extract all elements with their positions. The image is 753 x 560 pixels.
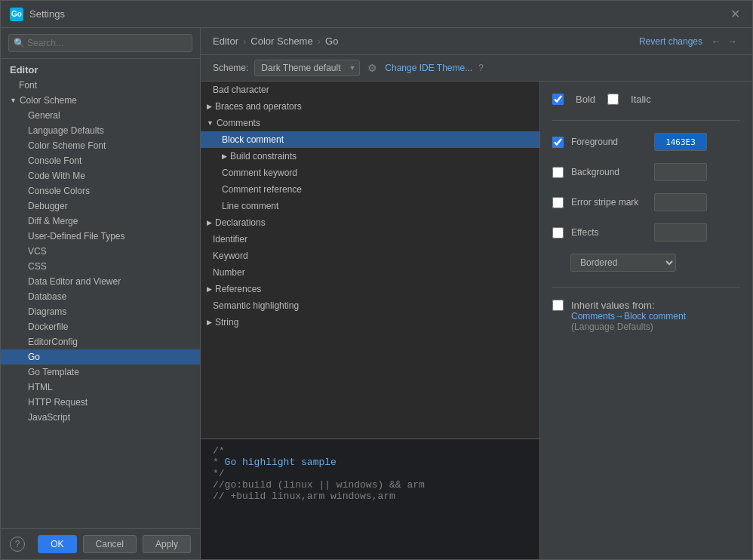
sidebar-item-javascript[interactable]: JavaScript	[1, 410, 200, 425]
inherit-link[interactable]: Comments→Block comment	[571, 311, 686, 322]
foreground-color-box[interactable]: 1463E3	[654, 133, 707, 151]
cl-keyword[interactable]: Keyword	[201, 248, 539, 264]
sidebar-item-database[interactable]: Database	[1, 289, 200, 304]
breadcrumb-editor: Editor	[213, 35, 238, 47]
sidebar-colorscheme-label: Color Scheme	[20, 95, 77, 106]
background-color-box[interactable]	[654, 163, 707, 181]
sidebar-item-colorscheme-font[interactable]: Color Scheme Font	[1, 138, 200, 153]
app-icon: Go	[10, 8, 23, 21]
cl-semantic-highlighting[interactable]: Semantic highlighting	[201, 297, 539, 314]
nav-forward-button[interactable]: →	[725, 35, 740, 48]
sidebar-tree: Editor Font ▼ Color Scheme General Langu…	[1, 59, 200, 528]
error-stripe-checkbox[interactable]	[552, 197, 564, 208]
breadcrumb-sep1: ›	[243, 35, 246, 47]
error-stripe-row: Error stripe mark	[552, 193, 740, 211]
color-list: Bad character ▶ Braces and operators ▼ C…	[201, 82, 539, 438]
preview-line1: /*	[213, 445, 527, 457]
foreground-checkbox[interactable]	[552, 137, 564, 148]
ok-button[interactable]: OK	[38, 535, 76, 553]
cl-braces-group[interactable]: ▶ Braces and operators	[201, 98, 539, 115]
toolbar: Scheme: Dark Theme default ▼ ⚙ Change ID…	[201, 55, 752, 82]
sidebar-item-dockerfile[interactable]: Dockerfile	[1, 319, 200, 334]
italic-checkbox[interactable]	[607, 94, 619, 105]
sidebar-item-language-defaults[interactable]: Language Defaults	[1, 123, 200, 138]
close-button[interactable]: ✕	[727, 5, 743, 23]
sidebar-item-debugger[interactable]: Debugger	[1, 198, 200, 214]
sidebar-item-css[interactable]: CSS	[1, 259, 200, 274]
preview-line3: */	[213, 468, 527, 479]
effects-dropdown-row: Bordered Underscored Bold underscored Un…	[552, 254, 740, 272]
sidebar-group-colorscheme[interactable]: ▼ Color Scheme	[1, 93, 200, 108]
change-theme-link[interactable]: Change IDE Theme...	[385, 63, 472, 73]
cl-string-group[interactable]: ▶ String	[201, 314, 539, 331]
inherit-checkbox[interactable]	[552, 300, 564, 311]
search-icon: 🔍	[14, 38, 25, 48]
cl-declarations-group[interactable]: ▶ Declarations	[201, 214, 539, 231]
effects-checkbox[interactable]	[552, 227, 564, 238]
cl-bad-character[interactable]: Bad character	[201, 82, 539, 98]
sidebar-item-http-request[interactable]: HTTP Request	[1, 395, 200, 410]
sidebar-section-editor[interactable]: Editor	[1, 62, 200, 78]
background-checkbox[interactable]	[552, 167, 564, 178]
help-button[interactable]: ?	[10, 537, 25, 552]
sidebar-item-console-colors[interactable]: Console Colors	[1, 183, 200, 198]
build-expand-icon: ▶	[222, 152, 227, 160]
cl-comments-group[interactable]: ▼ Comments	[201, 115, 539, 131]
effects-row: Effects	[552, 223, 740, 242]
sidebar-item-font[interactable]: Font	[1, 78, 200, 93]
sidebar-item-diagrams[interactable]: Diagrams	[1, 304, 200, 319]
cl-number[interactable]: Number	[201, 264, 539, 281]
declarations-expand-icon: ▶	[207, 219, 212, 226]
bottom-bar: ? OK Cancel Apply	[1, 528, 200, 559]
background-row: Background	[552, 163, 740, 181]
effects-label: Effects	[571, 227, 647, 238]
search-box: 🔍	[1, 28, 200, 59]
sidebar-item-vcs[interactable]: VCS	[1, 244, 200, 259]
nav-back-button[interactable]: ←	[708, 35, 724, 48]
scheme-select-wrapper: Dark Theme default ▼	[254, 60, 360, 76]
scheme-settings-gear[interactable]: ⚙	[366, 60, 379, 75]
theme-help-icon[interactable]: ?	[478, 63, 484, 73]
apply-button[interactable]: Apply	[143, 535, 191, 553]
main-content: Editor › Color Scheme › Go Revert change…	[201, 28, 752, 559]
comments-expand-icon: ▼	[207, 119, 214, 127]
sidebar-item-go[interactable]: Go	[1, 349, 200, 365]
error-stripe-label: Error stripe mark	[571, 197, 647, 208]
cl-block-comment[interactable]: Block comment	[201, 131, 539, 148]
sidebar-item-console-font[interactable]: Console Font	[1, 153, 200, 168]
error-stripe-color-box[interactable]	[654, 193, 707, 211]
cancel-button[interactable]: Cancel	[83, 535, 137, 553]
sidebar-item-codewithme[interactable]: Code With Me	[1, 168, 200, 183]
braces-expand-icon: ▶	[207, 103, 212, 110]
cl-identifier[interactable]: Identifier	[201, 231, 539, 248]
cl-line-comment[interactable]: Line comment	[201, 198, 539, 214]
cl-build-constraints-group[interactable]: ▶ Build constraints	[201, 148, 539, 165]
italic-label: Italic	[631, 94, 651, 105]
title-bar: Go Settings ✕	[1, 1, 752, 28]
sidebar-item-dataeditor[interactable]: Data Editor and Viewer	[1, 274, 200, 289]
bold-checkbox[interactable]	[552, 94, 564, 105]
sidebar: 🔍 Editor Font ▼ Color Scheme General Lan…	[1, 28, 201, 559]
sidebar-item-gotemplate[interactable]: Go Template	[1, 365, 200, 380]
cl-comment-keyword[interactable]: Comment keyword	[201, 165, 539, 181]
sidebar-item-editorconfig[interactable]: EditorConfig	[1, 334, 200, 349]
revert-changes-link[interactable]: Revert changes	[639, 36, 702, 47]
foreground-row: Foreground 1463E3	[552, 133, 740, 151]
foreground-label: Foreground	[571, 137, 647, 147]
string-expand-icon: ▶	[207, 318, 212, 326]
effects-dropdown[interactable]: Bordered Underscored Bold underscored Un…	[570, 254, 676, 272]
sidebar-item-general[interactable]: General	[1, 108, 200, 123]
cl-comment-reference[interactable]: Comment reference	[201, 181, 539, 198]
search-input[interactable]	[8, 34, 192, 52]
header-right: Revert changes ← →	[639, 35, 740, 48]
cl-braces-label: Braces and operators	[215, 101, 302, 112]
sidebar-item-userdefined[interactable]: User-Defined File Types	[1, 229, 200, 244]
cl-references-group[interactable]: ▶ References	[201, 281, 539, 297]
scheme-select[interactable]: Dark Theme default	[254, 60, 360, 76]
cl-references-label: References	[215, 284, 261, 294]
sidebar-item-diff-merge[interactable]: Diff & Merge	[1, 214, 200, 229]
effects-color-box[interactable]	[654, 223, 707, 242]
preview-line2: * Go highlight sample	[213, 457, 527, 468]
breadcrumb-sep2: ›	[318, 35, 321, 47]
sidebar-item-html[interactable]: HTML	[1, 380, 200, 395]
